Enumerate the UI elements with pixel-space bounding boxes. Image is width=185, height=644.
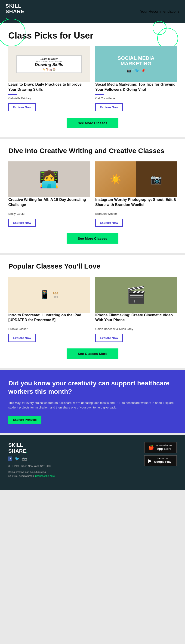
header: SKILL SHARE. Your Recommendations [0,0,185,23]
footer-logo: SKILL SHARE. [8,442,55,454]
card-writing-divider [8,210,17,210]
tablet-icon: 📱 [40,290,50,300]
card-procreate: 📱 Tea Time Intro to Procreate: Illustrat… [8,277,90,342]
card-procreate-title: Intro to Procreate: Illustrating on the … [8,313,90,322]
card-draw-title: Learn to Draw: Daily Practices to Improv… [8,82,90,92]
cta-body: This May, for every project shared on Sk… [8,400,177,410]
section1-cards-grid: Learn to Draw Daily Practices to Improve… [8,46,177,111]
card-photo-divider [95,210,104,210]
card-writing-title: Creative Writing for All: A 10-Day Journ… [8,197,90,207]
card-procreate-image: 📱 Tea Time [8,277,90,313]
pinterest-icon: 📌 [141,68,145,73]
instagram-icon: 📷 [126,68,131,73]
card-social-author: Cat Coquillette [95,96,177,100]
logo-line1: SKILL [6,3,25,9]
card-social: Social MediaMARKETING 📷 f 🐦 📌 Social Med… [95,46,177,111]
section3-title: Popular Classes You'll Love [8,262,177,270]
card-draw-divider [8,94,17,95]
section2-title: Dive Into Creative Writing and Creative … [8,147,177,155]
card-photo-explore-btn[interactable]: Explore Now [95,219,123,227]
card-procreate-divider [8,325,17,325]
cta-section: Did you know your creativity can support… [0,370,185,433]
section2-cards-grid: 👩‍💻 Creative Writing for All: A 10-Day J… [8,162,177,226]
explore-projects-btn[interactable]: Explore Projects [8,416,41,424]
card-draw-author: Gabrielle Brickey [8,96,90,100]
twitter-icon: 🐦 [135,68,139,73]
section-creative-writing: Dive Into Creative Writing and Creative … [0,139,185,252]
card-draw-explore-btn[interactable]: Explore Now [8,103,36,111]
section-class-picks: Class Picks for User Learn to Draw Daily… [0,23,185,138]
section2-see-more-container: See More Classes [8,233,177,244]
app-store-btn[interactable]: 🍎 Download on the App Store [144,442,177,453]
card-film-divider [95,325,104,325]
card-film-title: iPhone Filmmaking: Create Cinematic Vide… [95,313,177,322]
section3-see-more-btn[interactable]: See Classes More [67,348,118,359]
footer-left: SKILL SHARE. f 🐦 📷 35 E 21st Street, New… [8,442,55,478]
card-photo-title: Instagram-Worthy Photography: Shoot, Edi… [95,197,177,207]
twitter-footer-icon[interactable]: 🐦 [15,456,20,461]
nav-label: Your Recommendations [140,10,179,14]
film-person-icon: 🎬 [126,285,146,304]
card-social-divider [95,94,104,95]
google-play-btn[interactable]: ▶ GET IT ON Google Play [144,455,177,466]
card-procreate-author: Brooke Glaser [8,327,90,331]
card-film: 🎬 iPhone Filmmaking: Create Cinematic Vi… [95,277,177,342]
card-writing-author: Emily Gould [8,212,90,216]
card-writing-image: 👩‍💻 [8,162,90,197]
section1-see-more-btn[interactable]: See More Classes [67,118,118,128]
play-icon: ▶ [148,458,152,464]
logo-line2: SHARE. [6,9,25,20]
section1-see-more-container: See More Classes [8,118,177,128]
footer-social-icons: f 🐦 📷 [8,456,55,461]
footer: SKILL SHARE. f 🐦 📷 35 E 21st Street, New… [0,435,185,490]
cta-title: Did you know your creativity can support… [8,379,177,396]
card-photo: ☀️ 📷 Instagram-Worthy Photography: Shoot… [95,162,177,226]
logo: SKILL SHARE. [6,3,25,20]
card-photo-image: ☀️ 📷 [95,162,177,197]
card-film-image: 🎬 [95,277,177,313]
section1-title: Class Picks for User [8,31,177,41]
instagram-footer-icon[interactable]: 📷 [22,456,27,461]
card-social-title: Social Media Marketing: Top Tips for Gro… [95,82,177,92]
facebook-footer-icon[interactable]: f [8,456,12,461]
card-procreate-explore-btn[interactable]: Explore Now [8,334,36,342]
section2-see-more-btn[interactable]: See More Classes [67,233,118,244]
header-nav[interactable]: Your Recommendations [140,10,179,14]
apple-icon: 🍎 [148,445,154,450]
card-social-explore-btn[interactable]: Explore Now [95,103,123,111]
footer-top: SKILL SHARE. f 🐦 📷 35 E 21st Street, New… [8,442,177,478]
card-writing: 👩‍💻 Creative Writing for All: A 10-Day J… [8,162,90,226]
section3-cards-grid: 📱 Tea Time Intro to Procreate: Illustrat… [8,277,177,342]
writing-person-icon: 👩‍💻 [39,170,59,189]
card-draw-image: Learn to Draw Daily Practices to Improve… [8,46,90,82]
section-popular: Popular Classes You'll Love 📱 Tea Time I… [0,255,185,368]
facebook-icon: f [132,68,133,73]
card-draw: Learn to Draw Daily Practices to Improve… [8,46,90,111]
card-writing-explore-btn[interactable]: Explore Now [8,219,36,227]
unsubscribe-link[interactable]: unsubscribe here [35,474,55,477]
section3-see-more-container: See Classes More [8,348,177,359]
card-film-author: Caleb Babcock & Niles Grey [95,327,177,331]
card-film-explore-btn[interactable]: Explore Now [95,334,123,342]
card-social-image: Social MediaMARKETING 📷 f 🐦 📌 [95,46,177,82]
footer-address: 35 E 21st Street, New York, NY 10010 Bei… [8,464,55,478]
app-buttons: 🍎 Download on the App Store ▶ GET IT ON … [144,442,177,466]
card-photo-author: Brandon Woelfel [95,212,177,216]
